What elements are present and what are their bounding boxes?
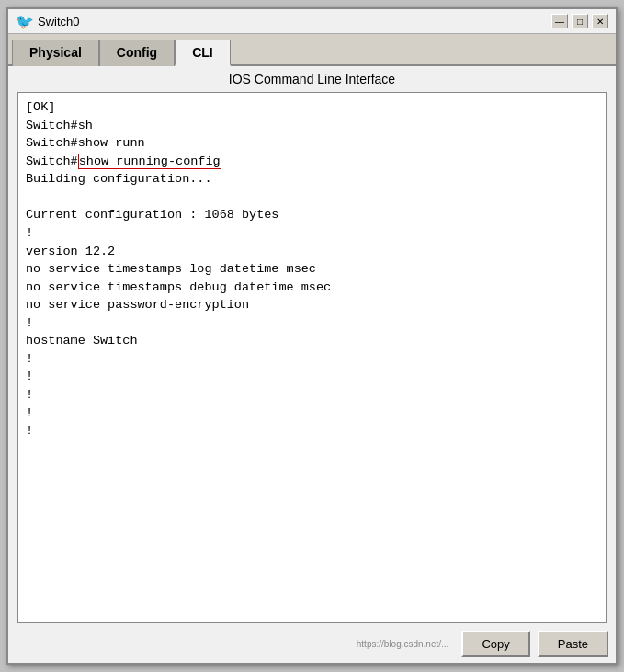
cli-area: [OK] Switch#sh Switch#show runn Switch#s… [17,92,607,623]
highlighted-command: show running-config [78,154,221,169]
main-window: 🐦 Switch0 — □ ✕ Physical Config CLI IOS … [6,7,618,665]
title-bar-left: 🐦 Switch0 [16,13,80,29]
app-icon: 🐦 [16,13,32,29]
minimize-button[interactable]: — [551,14,568,28]
bottom-bar: https://blog.csdn.net/... Copy Paste [8,627,616,663]
tab-cli[interactable]: CLI [175,40,231,66]
title-bar: 🐦 Switch0 — □ ✕ [8,9,616,34]
tab-physical[interactable]: Physical [12,40,99,66]
terminal-output[interactable]: [OK] Switch#sh Switch#show runn Switch#s… [17,92,607,623]
tab-config[interactable]: Config [99,40,175,66]
title-bar-controls: — □ ✕ [551,14,608,28]
copy-button[interactable]: Copy [461,631,529,657]
page-title: IOS Command Line Interface [8,66,616,92]
watermark: https://blog.csdn.net/... [16,639,454,649]
maximize-button[interactable]: □ [572,14,588,28]
paste-button[interactable]: Paste [538,631,608,657]
tab-bar: Physical Config CLI [8,34,616,66]
window-title: Switch0 [38,15,80,28]
close-button[interactable]: ✕ [592,14,608,28]
terminal-line-0: [OK] Switch#sh Switch#show runn Switch#s… [26,100,331,438]
